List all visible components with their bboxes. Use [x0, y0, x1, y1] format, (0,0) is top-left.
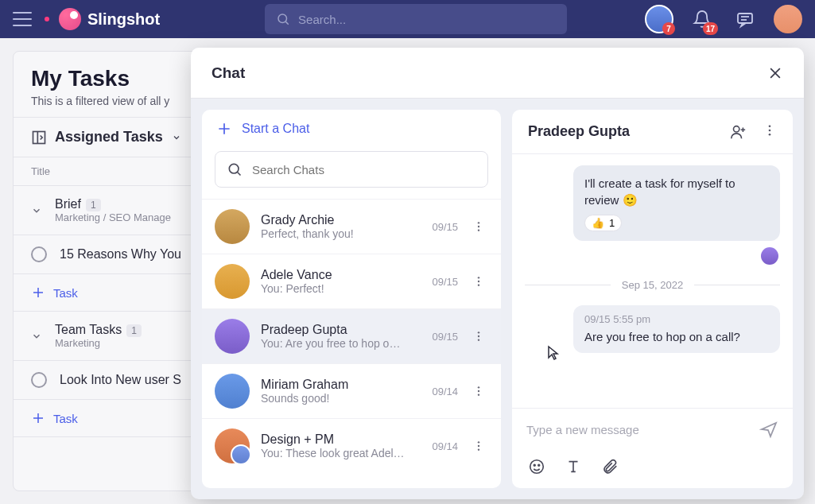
chat-list-panel: Start a Chat Grady Archie Perfect, thank…	[202, 110, 501, 488]
task-checkbox[interactable]	[31, 372, 47, 388]
chat-item[interactable]: Grady Archie Perfect, thank you! 09/15	[202, 199, 501, 254]
more-vertical-icon	[472, 275, 485, 288]
menu-button[interactable]	[13, 12, 32, 26]
conversation-more[interactable]	[763, 123, 777, 141]
svg-point-37	[769, 133, 771, 135]
chat-item-name: Pradeep Gupta	[261, 323, 421, 337]
svg-point-28	[478, 394, 479, 395]
search-chats-input[interactable]	[252, 163, 476, 176]
chat-item-name: Adele Vance	[261, 268, 421, 282]
attach-button[interactable]	[601, 458, 619, 475]
logo-icon	[59, 8, 81, 30]
search-input[interactable]	[298, 13, 556, 26]
message-timestamp: 09/15 5:55 pm	[584, 313, 769, 325]
chat-item-preview: You: Are you free to hop o…	[261, 337, 421, 350]
status-dot	[45, 17, 49, 21]
chat-item[interactable]: Design + PM You: These look great Adel… …	[202, 418, 501, 473]
svg-point-15	[229, 164, 239, 173]
svg-point-23	[478, 331, 479, 333]
chat-item-more[interactable]	[469, 220, 488, 233]
chat-icon	[735, 10, 755, 29]
top-bar: Slingshot 7 17	[0, 0, 815, 38]
text-icon	[565, 458, 582, 475]
avatar	[215, 319, 250, 354]
chat-item[interactable]: Pradeep Gupta You: Are you free to hop o…	[202, 308, 501, 363]
message-bubble[interactable]: I'll create a task for myself to review …	[573, 165, 780, 241]
task-checkbox[interactable]	[31, 246, 47, 262]
chat-item[interactable]: Miriam Graham Sounds good! 09/14	[202, 363, 501, 418]
chat-item-name: Miriam Graham	[261, 378, 421, 392]
chat-popup-header: Chat	[191, 48, 804, 99]
message-bubble[interactable]: 09/15 5:55 pm Are you free to hop on a c…	[573, 305, 780, 353]
chat-item-more[interactable]	[469, 330, 488, 343]
svg-point-32	[734, 126, 739, 131]
svg-point-35	[769, 125, 771, 127]
avatar	[215, 209, 250, 244]
close-button[interactable]	[767, 65, 783, 81]
svg-point-18	[478, 226, 479, 227]
search-icon	[276, 12, 290, 26]
messages-button[interactable]	[731, 5, 759, 33]
paperclip-icon	[601, 458, 619, 475]
svg-rect-2	[738, 14, 752, 23]
emoji-button[interactable]	[528, 458, 545, 475]
svg-point-40	[538, 464, 540, 466]
chat-item-preview: Sounds good!	[261, 392, 421, 405]
message-text: I'll create a task for myself to review …	[584, 175, 769, 208]
thumbs-up-icon: 👍	[592, 217, 604, 229]
avatar	[215, 428, 250, 463]
chat-item-name: Design + PM	[261, 432, 421, 447]
svg-point-17	[478, 222, 479, 223]
format-button[interactable]	[565, 458, 582, 475]
message-input[interactable]	[526, 423, 750, 436]
more-vertical-icon	[763, 123, 777, 138]
close-icon	[767, 65, 783, 81]
chat-item-date: 09/15	[432, 276, 458, 288]
chat-item[interactable]: Adele Vance You: Perfect! 09/15	[202, 254, 501, 308]
cursor-icon	[547, 345, 560, 361]
notifications-button[interactable]: 17	[688, 5, 716, 33]
date-divider: Sep 15, 2022	[525, 279, 780, 291]
svg-point-27	[478, 390, 479, 392]
task-name: 15 Reasons Why You	[60, 247, 181, 262]
svg-point-30	[478, 445, 479, 447]
plus-icon	[216, 121, 232, 137]
avatar-badge: 7	[662, 22, 675, 35]
task-name: Brief	[55, 197, 81, 211]
brand-name: Slingshot	[87, 10, 160, 29]
user-avatar-1[interactable]: 7	[645, 5, 673, 33]
global-search[interactable]	[265, 4, 567, 34]
chat-item-preview: Perfect, thank you!	[261, 227, 421, 240]
svg-point-20	[478, 277, 479, 278]
svg-point-22	[478, 284, 479, 285]
svg-point-0	[278, 14, 287, 23]
chat-item-date: 09/15	[432, 331, 458, 343]
svg-point-19	[478, 229, 479, 231]
task-sub: Marketing / SEO Manage	[55, 211, 171, 223]
search-icon	[227, 161, 243, 177]
plus-icon	[31, 411, 45, 425]
send-button[interactable]	[759, 420, 778, 439]
chevron-down-icon[interactable]	[31, 205, 42, 216]
chat-popup: Chat Start a Chat Grady Archie Perfect, …	[191, 48, 804, 499]
add-people-button[interactable]	[729, 123, 747, 141]
chat-item-more[interactable]	[469, 385, 488, 397]
conversation-title: Pradeep Gupta	[528, 123, 630, 140]
avatar	[215, 264, 250, 299]
search-chats[interactable]	[215, 151, 488, 188]
reaction-badge[interactable]: 👍 1	[584, 215, 622, 231]
brand[interactable]: Slingshot	[59, 8, 160, 30]
svg-point-26	[478, 386, 479, 388]
avatar	[215, 374, 250, 409]
svg-point-24	[478, 335, 479, 337]
panel-icon	[31, 130, 47, 145]
chat-item-more[interactable]	[469, 440, 488, 452]
chat-item-date: 09/14	[432, 386, 458, 397]
chevron-down-icon[interactable]	[31, 331, 42, 342]
start-chat-button[interactable]: Start a Chat	[202, 110, 501, 148]
profile-avatar[interactable]	[774, 5, 802, 33]
chat-item-name: Grady Archie	[261, 213, 421, 227]
plus-icon	[31, 285, 45, 300]
chat-item-more[interactable]	[469, 275, 488, 288]
message-text: Are you free to hop on a call?	[584, 328, 769, 345]
